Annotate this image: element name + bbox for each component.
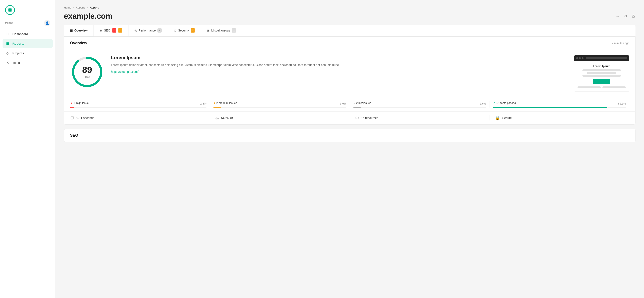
passed-tests: ✓ 31 tests passed 86.1% bbox=[490, 101, 629, 108]
preview-footer-line-1 bbox=[578, 86, 601, 88]
tools-icon: ✕ bbox=[6, 61, 10, 65]
preview-lines bbox=[578, 69, 626, 77]
passed-bar-fill bbox=[493, 107, 608, 108]
preview-line-3 bbox=[582, 75, 621, 77]
seo-tab-label: SEO bbox=[104, 29, 110, 32]
preview-dot-2 bbox=[579, 57, 581, 59]
score-circle: 89 100 bbox=[70, 55, 104, 89]
breadcrumb-reports[interactable]: Reports bbox=[76, 6, 86, 9]
medium-issue-bar bbox=[214, 107, 346, 108]
overview-tab-icon: ▦ bbox=[70, 29, 73, 32]
content-card: Overview 7 minutes ago 89 100 Lorem Ipsu… bbox=[64, 37, 636, 125]
tab-security[interactable]: ⊙ Security 1 bbox=[168, 25, 201, 36]
passed-bar bbox=[493, 107, 626, 108]
security-badge: 1 bbox=[191, 28, 195, 32]
low-issue-bar-fill bbox=[354, 107, 361, 108]
preview-footer-lines bbox=[578, 86, 626, 88]
low-issue-bar bbox=[354, 107, 486, 108]
timer-icon: ⏱ bbox=[70, 116, 74, 120]
projects-icon: ◇ bbox=[6, 51, 10, 55]
seo-section: SEO bbox=[64, 129, 636, 142]
tab-performance[interactable]: ◎ Performance 1 bbox=[128, 25, 168, 36]
stat-size-value: 54.26 kB bbox=[221, 116, 233, 120]
seo-badge-red: 1 bbox=[112, 28, 116, 32]
performance-tab-label: Performance bbox=[139, 29, 156, 32]
resources-icon: ⚙ bbox=[355, 115, 359, 120]
page-title: example.com bbox=[64, 12, 112, 21]
preview-url-bar bbox=[586, 57, 627, 59]
tab-seo[interactable]: ⊕ SEO 1 1 bbox=[94, 25, 128, 36]
stats-row: ⏱ 0.11 seconds ⚖ 54.26 kB ⚙ 15 resources… bbox=[64, 111, 635, 124]
breadcrumb-sep-1: › bbox=[73, 6, 74, 9]
overview-section-header: Overview 7 minutes ago bbox=[64, 37, 635, 49]
high-issue-pct: 2.8% bbox=[200, 102, 207, 105]
site-description: Lorem ipsum dolor sit amet, consectetur … bbox=[111, 63, 567, 67]
preview-line-1 bbox=[582, 69, 621, 71]
page-header: example.com ··· ↻ ⎙ bbox=[64, 12, 636, 21]
medium-issue-bar-fill bbox=[214, 107, 221, 108]
preview-footer-line-2 bbox=[602, 86, 626, 88]
security-tab-label: Security bbox=[178, 29, 189, 32]
tab-overview[interactable]: ▦ Overview bbox=[64, 25, 94, 36]
stat-time: ⏱ 0.11 seconds bbox=[70, 115, 210, 120]
sidebar-item-projects[interactable]: ◇ Projects bbox=[2, 48, 52, 58]
site-preview: Lorem Ipsum bbox=[574, 55, 629, 92]
misc-tab-icon: ⊞ bbox=[207, 29, 210, 32]
stat-size: ⚖ 54.26 kB bbox=[210, 115, 350, 120]
stat-resources: ⚙ 15 resources bbox=[350, 115, 490, 120]
medium-issue-text: 2 medium issues bbox=[216, 101, 237, 104]
overview-section-title: Overview bbox=[70, 41, 87, 45]
low-issue-pct: 5.6% bbox=[480, 102, 486, 105]
preview-cta-button bbox=[593, 79, 610, 84]
misc-tab-label: Miscellaneous bbox=[211, 29, 230, 32]
site-url[interactable]: https://example.com/ bbox=[111, 70, 138, 73]
tab-miscellaneous[interactable]: ⊞ Miscellaneous 1 bbox=[201, 25, 242, 36]
breadcrumb-sep-2: › bbox=[87, 6, 88, 9]
medium-issue-pct: 5.6% bbox=[340, 102, 346, 105]
sidebar-item-reports[interactable]: ☰ Reports bbox=[2, 39, 52, 48]
sidebar: MENU 👤 ⊞ Dashboard ☰ Reports ◇ Projects … bbox=[0, 0, 56, 298]
passed-label: ✓ 31 tests passed bbox=[493, 101, 516, 104]
more-options-button[interactable]: ··· bbox=[615, 13, 620, 19]
security-tab-icon: ⊙ bbox=[174, 29, 176, 32]
preview-title: Lorem Ipsum bbox=[578, 64, 626, 68]
overview-info: Lorem Ipsum Lorem ipsum dolor sit amet, … bbox=[111, 55, 567, 74]
print-button[interactable]: ⎙ bbox=[632, 13, 636, 19]
score-text: 89 100 bbox=[82, 65, 92, 78]
user-avatar-icon[interactable]: 👤 bbox=[44, 20, 50, 26]
sidebar-item-label-dashboard: Dashboard bbox=[12, 32, 28, 36]
passed-text: 31 tests passed bbox=[496, 101, 516, 104]
sidebar-nav: ⊞ Dashboard ☰ Reports ◇ Projects ✕ Tools bbox=[0, 29, 55, 67]
breadcrumb-home[interactable]: Home bbox=[64, 6, 71, 9]
sidebar-item-label-tools: Tools bbox=[12, 61, 20, 64]
preview-line-2 bbox=[587, 72, 616, 74]
medium-issue-icon: ■ bbox=[214, 101, 215, 104]
passed-pct: 86.1% bbox=[618, 102, 626, 105]
high-issue-label: ▲ 1 high issue bbox=[70, 101, 88, 104]
performance-badge: 1 bbox=[158, 28, 162, 32]
main-content: Home › Reports › Report example.com ··· … bbox=[56, 0, 644, 298]
sidebar-item-label-reports: Reports bbox=[12, 42, 24, 45]
tabs: ▦ Overview ⊕ SEO 1 1 ◎ Performance 1 ⊙ S… bbox=[64, 25, 636, 37]
score-value: 89 bbox=[82, 65, 92, 74]
refresh-button[interactable]: ↻ bbox=[623, 13, 628, 19]
stat-time-value: 0.11 seconds bbox=[76, 116, 94, 120]
misc-badge: 1 bbox=[232, 28, 236, 32]
high-issue-text: 1 high issue bbox=[74, 101, 88, 104]
issues-row: ▲ 1 high issue 2.8% ■ 2 medium issues 5.… bbox=[64, 98, 635, 111]
logo bbox=[0, 0, 55, 18]
lock-icon: 🔒 bbox=[495, 115, 500, 120]
stat-resources-value: 15 resources bbox=[361, 116, 378, 120]
preview-browser-bar bbox=[574, 55, 629, 61]
score-max: 100 bbox=[82, 75, 92, 78]
high-issues: ▲ 1 high issue 2.8% bbox=[70, 101, 210, 108]
sidebar-item-tools[interactable]: ✕ Tools bbox=[2, 58, 52, 67]
menu-label: MENU bbox=[5, 22, 13, 24]
high-issue-bar bbox=[70, 107, 206, 108]
low-issue-text: 2 low issues bbox=[356, 101, 371, 104]
sidebar-menu-header: MENU 👤 bbox=[0, 18, 55, 29]
size-icon: ⚖ bbox=[215, 115, 219, 120]
seo-badge-yellow: 1 bbox=[118, 28, 122, 32]
sidebar-item-dashboard[interactable]: ⊞ Dashboard bbox=[2, 29, 52, 38]
reports-icon: ☰ bbox=[6, 41, 10, 45]
